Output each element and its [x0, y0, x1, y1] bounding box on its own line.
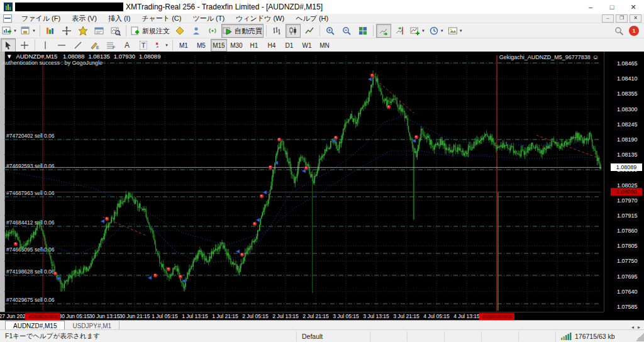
horizontal-line-tool-button[interactable] — [54, 38, 69, 52]
arrows-tool-button[interactable]: ▼ — [152, 38, 170, 52]
trendline-tool-button[interactable] — [70, 38, 86, 52]
price-tick: 1.07585 — [617, 304, 638, 310]
resize-grip[interactable] — [636, 331, 644, 341]
fibonacci-tool-button[interactable]: F — [103, 38, 118, 52]
timeframe-h1-button[interactable]: H1 — [246, 39, 262, 52]
timeframe-mn-button[interactable]: MN — [316, 39, 333, 52]
indicators-button[interactable]: ▼ — [409, 24, 426, 38]
chevron-down-icon: ▼ — [165, 43, 169, 47]
mdi-minimize-button[interactable]: – — [602, 14, 614, 23]
fibonacci-icon: F — [106, 41, 116, 50]
svg-text:#74029675 sell 0.06: #74029675 sell 0.06 — [6, 297, 55, 303]
menu-view[interactable]: 表示 (V) — [66, 14, 103, 23]
notifications-badge[interactable]: 1 — [629, 26, 639, 36]
minimize-button[interactable]: – — [580, 0, 601, 14]
ohlc-high: 1.08135 — [88, 53, 109, 60]
candlestick-chart-button[interactable] — [286, 24, 301, 38]
signal-icon — [208, 26, 218, 36]
vertical-line-tool-button[interactable] — [38, 38, 53, 52]
timeframe-w1-button[interactable]: W1 — [299, 39, 315, 52]
label-tool-button[interactable]: T — [136, 38, 151, 52]
toolbar-separator — [35, 40, 35, 51]
periods-button[interactable]: ▼ — [428, 24, 445, 38]
chart-shift-icon — [395, 26, 405, 36]
tile-windows-button[interactable] — [355, 24, 370, 38]
mdi-close-button[interactable]: ✕ — [630, 14, 641, 23]
vline-date-box: 2025.07.05 00:00 — [479, 313, 514, 320]
channel-tool-button[interactable]: E — [87, 38, 102, 52]
timeframe-m1-button[interactable]: M1 — [175, 39, 192, 52]
crosshair-icon — [62, 26, 72, 36]
candlestick-icon — [288, 26, 298, 36]
smiley-icon: ☺ — [592, 53, 599, 60]
price-axis[interactable]: 1.084651.084101.083551.083001.082451.081… — [604, 52, 644, 312]
new-order-button[interactable]: 新規注文 — [129, 24, 171, 38]
tab-audnzd-m15[interactable]: AUDNZD#,M15 — [5, 321, 65, 330]
indicators-icon — [410, 26, 420, 36]
status-cell — [408, 331, 445, 341]
price-tick: 1.07640 — [617, 289, 638, 295]
price-tick: 1.07860 — [617, 228, 638, 234]
market-watch-button[interactable] — [43, 24, 58, 38]
svg-text:#74720402 sell 0.06: #74720402 sell 0.06 — [6, 133, 55, 139]
status-help-text: F1キーでヘルプが表示されます — [0, 331, 297, 341]
timeframe-m15-button[interactable]: M15 — [211, 39, 227, 52]
templates-button[interactable]: ▼ — [447, 24, 464, 38]
chart-area[interactable]: #74720402 sell 0.06#74692593 sell 0.06#7… — [0, 52, 644, 320]
zoom-in-icon — [325, 26, 335, 36]
candlestick-plot[interactable]: #74720402 sell 0.06#74692593 sell 0.06#7… — [4, 52, 604, 312]
strategy-tester-button[interactable] — [108, 24, 123, 38]
experts-button[interactable] — [189, 24, 204, 38]
text-tool-button[interactable]: A — [119, 38, 135, 52]
zoom-out-button[interactable] — [339, 24, 354, 38]
menu-window[interactable]: ウィンドウ (W) — [230, 14, 290, 23]
traffic-counter: 176715/63 kb — [575, 333, 615, 340]
menu-help[interactable]: ヘルプ (H) — [290, 14, 334, 23]
svg-text:#74692593 sell 0.06: #74692593 sell 0.06 — [6, 163, 55, 169]
close-button[interactable]: ✕ — [623, 0, 644, 14]
search-icon[interactable] — [614, 26, 624, 36]
zoom-in-button[interactable] — [323, 24, 338, 38]
timeframe-h4-button[interactable]: H4 — [264, 39, 280, 52]
cursor-tool-button[interactable] — [1, 38, 16, 52]
toolbar-separator — [40, 25, 40, 36]
menu-tools[interactable]: ツール (T) — [187, 14, 230, 23]
bar-chart-button[interactable] — [269, 24, 284, 38]
mdi-restore-button[interactable]: ❐ — [616, 14, 628, 23]
chevron-down-icon: ▼ — [459, 29, 463, 33]
bar-chart-icon — [272, 26, 282, 36]
timeframe-d1-button[interactable]: D1 — [281, 39, 297, 52]
signals-button[interactable] — [205, 24, 220, 38]
menu-file[interactable]: ファイル (F) — [16, 14, 66, 23]
status-cell — [445, 331, 482, 341]
data-window-button[interactable] — [59, 24, 74, 38]
menu-charts[interactable]: チャート (C) — [136, 14, 187, 23]
metaeditor-button[interactable] — [172, 24, 187, 38]
new-chart-button[interactable]: ▼ — [1, 24, 18, 38]
mt4-window: XMTrading-Real 256 - Tradexfin Limited -… — [0, 0, 644, 342]
tab-usdjpy-m1[interactable]: USDJPY#,M1 — [65, 321, 119, 330]
crosshair-tool-button[interactable] — [17, 38, 32, 52]
navigator-button[interactable] — [75, 24, 91, 38]
auto-scroll-icon — [379, 26, 389, 36]
time-axis[interactable]: 27 Jun 202530 Jun 05:1530 Jun 13:1530 Ju… — [0, 312, 604, 321]
chevron-down-icon: ▼ — [32, 29, 36, 33]
tile-windows-icon — [358, 26, 368, 36]
menu-insert[interactable]: 挿入 (I) — [103, 14, 136, 23]
collapse-triangle-icon[interactable]: ▼ — [6, 53, 12, 60]
profiles-button[interactable]: ▼ — [19, 24, 37, 38]
svg-text:#74687963 sell 0.06: #74687963 sell 0.06 — [6, 190, 55, 196]
chart-shift-button[interactable] — [392, 24, 408, 38]
bid-price-box: 1.08089 — [611, 163, 642, 171]
autotrading-button[interactable]: 自動売買 — [221, 24, 264, 38]
timeframe-m30-button[interactable]: M30 — [228, 39, 245, 52]
terminal-button[interactable] — [92, 24, 107, 38]
line-chart-button[interactable] — [302, 24, 317, 38]
chart-ohlc-header: ▼AUDNZD#,M15 1.080881.081351.079301.0808… — [6, 53, 164, 60]
status-profile[interactable]: Default — [297, 331, 370, 341]
crosshair-icon — [20, 41, 29, 50]
ohlc-low: 1.07930 — [114, 53, 135, 60]
maximize-button[interactable]: □ — [601, 0, 623, 14]
timeframe-m5-button[interactable]: M5 — [193, 39, 209, 52]
auto-scroll-button[interactable] — [376, 24, 391, 38]
